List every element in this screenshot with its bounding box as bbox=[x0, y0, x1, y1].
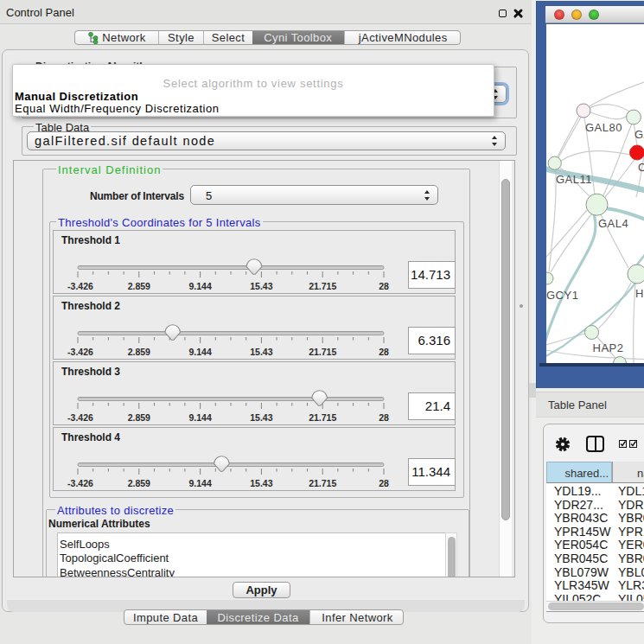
svg-text:-3.426: -3.426 bbox=[67, 347, 93, 357]
svg-text:15.43: 15.43 bbox=[250, 347, 272, 357]
svg-text:15.43: 15.43 bbox=[250, 412, 272, 423]
svg-text:2.859: 2.859 bbox=[128, 478, 150, 488]
svg-text:2.859: 2.859 bbox=[128, 412, 150, 423]
svg-text:9.144: 9.144 bbox=[188, 478, 211, 488]
svg-text:15.43: 15.43 bbox=[250, 281, 272, 291]
svg-text:GCY1: GCY1 bbox=[546, 289, 578, 302]
svg-text:GAL: GAL bbox=[634, 128, 644, 141]
svg-text:-3.426: -3.426 bbox=[67, 412, 93, 423]
svg-text:GAL4: GAL4 bbox=[598, 217, 628, 230]
svg-text:21.715: 21.715 bbox=[309, 412, 336, 423]
svg-text:21.715: 21.715 bbox=[309, 281, 336, 291]
svg-text:28: 28 bbox=[379, 478, 389, 488]
svg-text:2.859: 2.859 bbox=[128, 347, 150, 357]
svg-text:28: 28 bbox=[379, 347, 389, 357]
svg-text:-3.426: -3.426 bbox=[67, 281, 93, 291]
svg-text:9.144: 9.144 bbox=[188, 347, 211, 357]
svg-text:9.144: 9.144 bbox=[188, 281, 211, 291]
svg-text:21.715: 21.715 bbox=[309, 478, 336, 488]
svg-text:28: 28 bbox=[379, 412, 389, 423]
svg-text:2.859: 2.859 bbox=[128, 281, 150, 291]
svg-text:21.715: 21.715 bbox=[309, 347, 336, 357]
svg-text:9.144: 9.144 bbox=[188, 412, 211, 423]
svg-text:28: 28 bbox=[379, 281, 389, 291]
svg-text:HIS: HIS bbox=[635, 287, 644, 300]
svg-text:C: C bbox=[638, 161, 644, 174]
svg-text:-3.426: -3.426 bbox=[67, 478, 93, 488]
svg-text:15.43: 15.43 bbox=[250, 478, 272, 488]
svg-text:GAL80: GAL80 bbox=[585, 121, 622, 134]
svg-text:HAP2: HAP2 bbox=[593, 341, 624, 354]
svg-text:GAL11: GAL11 bbox=[556, 173, 592, 186]
